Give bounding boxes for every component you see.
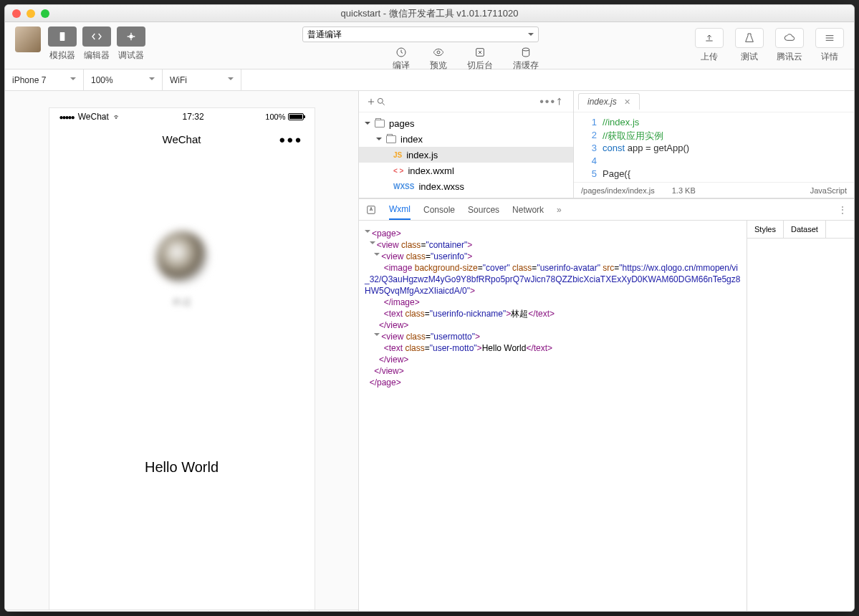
debugger-label: 调试器 bbox=[118, 49, 144, 62]
phone-frame: ●●●●● WeChat ᯤ 17:32 100% WeChat ●●● bbox=[49, 108, 315, 610]
new-file-icon[interactable] bbox=[366, 97, 376, 107]
devtools-menu-icon[interactable]: ⋮ bbox=[838, 205, 847, 215]
tree-folder-index[interactable]: index bbox=[359, 131, 573, 147]
status-language: JavaScript bbox=[810, 186, 847, 195]
phone-navbar: WeChat ●●● bbox=[49, 125, 315, 153]
device-select[interactable]: iPhone 7 bbox=[5, 69, 84, 91]
editor-tab[interactable]: index.js ✕ bbox=[578, 93, 640, 110]
network-select[interactable]: WiFi bbox=[163, 69, 241, 91]
devtools-tab-sources[interactable]: Sources bbox=[468, 201, 499, 219]
tree-file-index-js[interactable]: JS index.js bbox=[359, 147, 573, 163]
wxml-icon: < > bbox=[393, 167, 403, 175]
devtools-body: <page> <view class="container"> <view cl… bbox=[359, 221, 854, 611]
simulator-panel: ●●●●● WeChat ᯤ 17:32 100% WeChat ●●● bbox=[5, 91, 359, 611]
details-button[interactable]: 详情 bbox=[815, 28, 844, 63]
wxml-tree[interactable]: <page> <view class="container"> <view cl… bbox=[359, 221, 747, 611]
battery-icon bbox=[288, 113, 304, 120]
file-tree: ••• pages index JS bbox=[359, 91, 574, 198]
js-icon: JS bbox=[393, 151, 402, 159]
svg-point-5 bbox=[522, 48, 529, 51]
close-window-icon[interactable] bbox=[12, 9, 21, 18]
devtools-tab-console[interactable]: Console bbox=[423, 201, 455, 219]
svg-point-1 bbox=[129, 34, 133, 38]
folder-icon bbox=[386, 135, 396, 143]
editor-label: 编辑器 bbox=[84, 49, 110, 62]
clear-cache-button[interactable]: 清缓存 bbox=[513, 47, 539, 72]
user-motto: Hello World bbox=[145, 459, 219, 476]
nav-title: WeChat bbox=[163, 133, 201, 145]
main-toolbar: 模拟器 编辑器 调试器 普通编译 编译 预览 bbox=[5, 22, 854, 69]
upload-button[interactable]: 上传 bbox=[695, 28, 724, 63]
simulator-controls: iPhone 7 100% WiFi bbox=[5, 69, 854, 91]
devtools-tab-network[interactable]: Network bbox=[512, 201, 544, 219]
test-button[interactable]: 测试 bbox=[735, 28, 764, 63]
signal-icon: ●●●●● bbox=[59, 113, 74, 121]
simulator-label: 模拟器 bbox=[49, 49, 75, 62]
styles-tab[interactable]: Styles bbox=[747, 221, 784, 238]
devtools-tabs: Wxml Console Sources Network » ⋮ bbox=[359, 199, 854, 221]
editor-tabs: index.js ✕ bbox=[574, 91, 854, 112]
search-icon[interactable] bbox=[376, 97, 386, 107]
devtools-tab-wxml[interactable]: Wxml bbox=[389, 200, 411, 220]
open-path-link[interactable]: 打开 bbox=[155, 610, 172, 611]
background-button[interactable]: 切后台 bbox=[467, 47, 493, 72]
code-content: //index.js //获取应用实例 const app = getApp()… bbox=[603, 112, 689, 182]
status-size: 1.3 KB bbox=[672, 186, 696, 195]
battery-percent: 100% bbox=[265, 112, 285, 121]
minimize-window-icon[interactable] bbox=[27, 9, 35, 18]
wxss-icon: WXSS bbox=[393, 183, 414, 191]
more-icon[interactable]: ••• bbox=[539, 95, 556, 108]
tree-file-index-wxml[interactable]: < > index.wxml bbox=[359, 163, 573, 178]
compile-button[interactable]: 编译 bbox=[393, 47, 410, 72]
file-tree-body: pages index JS index.js < > index.wxm bbox=[359, 112, 573, 198]
editor-toggle[interactable]: 编辑器 bbox=[82, 27, 111, 62]
tencent-cloud-button[interactable]: 腾讯云 bbox=[775, 28, 804, 63]
carrier-label: WeChat bbox=[78, 112, 109, 122]
compile-mode-value: 普通编译 bbox=[307, 29, 342, 41]
copy-path-link[interactable]: 复制 bbox=[130, 610, 148, 611]
inspect-icon[interactable] bbox=[366, 205, 376, 215]
tree-folder-pages[interactable]: pages bbox=[359, 115, 573, 131]
scene-value-cell[interactable]: 场景值 bbox=[269, 610, 309, 611]
window-controls bbox=[5, 9, 49, 18]
zoom-select[interactable]: 100% bbox=[84, 69, 163, 91]
devtools-panel: Wxml Console Sources Network » ⋮ <page> … bbox=[359, 198, 854, 611]
dataset-tab[interactable]: Dataset bbox=[784, 221, 826, 238]
line-gutter: 123456 bbox=[574, 112, 603, 182]
status-time: 17:32 bbox=[183, 112, 204, 122]
simulator-toggle[interactable]: 模拟器 bbox=[48, 27, 77, 62]
simulator-footer: 页面路径 pages/index/index 复制 打开 场景值 页面参数 bbox=[5, 610, 358, 611]
svg-point-6 bbox=[378, 98, 383, 103]
more-tabs-icon[interactable]: » bbox=[557, 205, 562, 215]
tree-file-index-wxss[interactable]: WXSS index.wxss bbox=[359, 178, 573, 194]
code-area[interactable]: 123456 //index.js //获取应用实例 const app = g… bbox=[574, 112, 854, 182]
simulator-viewport: ●●●●● WeChat ᯤ 17:32 100% WeChat ●●● bbox=[5, 91, 358, 610]
svg-rect-0 bbox=[60, 32, 65, 41]
right-toolbar: 上传 测试 腾讯云 详情 bbox=[695, 27, 844, 63]
editor-statusbar: /pages/index/index.js 1.3 KB JavaScript bbox=[574, 182, 854, 198]
status-path: /pages/index/index.js bbox=[581, 186, 655, 195]
editor-row: ••• pages index JS bbox=[359, 91, 854, 198]
preview-button[interactable]: 预览 bbox=[430, 47, 447, 72]
close-tab-icon[interactable]: ✕ bbox=[624, 97, 630, 107]
center-toolbar: 普通编译 编译 预览 切后台 清缓存 bbox=[302, 27, 539, 72]
page-path-label: 页面路径 bbox=[12, 610, 47, 611]
main-area: ●●●●● WeChat ᯤ 17:32 100% WeChat ●●● bbox=[5, 91, 854, 611]
nav-more-icon[interactable]: ●●● bbox=[279, 133, 302, 145]
maximize-window-icon[interactable] bbox=[41, 9, 49, 18]
panel-toggle-group: 模拟器 编辑器 调试器 bbox=[48, 27, 145, 62]
collapse-icon[interactable] bbox=[556, 97, 566, 107]
page-params-cell[interactable]: 页面参数 bbox=[309, 610, 358, 611]
file-tree-toolbar: ••• bbox=[359, 91, 573, 112]
userinfo-nickname: 林超 bbox=[172, 296, 192, 309]
phone-statusbar: ●●●●● WeChat ᯤ 17:32 100% bbox=[49, 108, 315, 125]
compile-mode-select[interactable]: 普通编译 bbox=[302, 27, 539, 42]
debugger-toggle[interactable]: 调试器 bbox=[117, 27, 145, 62]
title-bar: quickstart - 微信开发者工具 v1.01.1711020 bbox=[5, 5, 854, 22]
editor-debugger-panel: ••• pages index JS bbox=[359, 91, 854, 611]
folder-icon bbox=[375, 120, 385, 127]
code-editor: index.js ✕ 123456 //index.js //获取应用实例 co… bbox=[574, 91, 854, 198]
phone-content: 林超 Hello World bbox=[49, 153, 315, 476]
user-avatar-icon[interactable] bbox=[15, 27, 41, 52]
userinfo-avatar[interactable] bbox=[156, 231, 208, 283]
